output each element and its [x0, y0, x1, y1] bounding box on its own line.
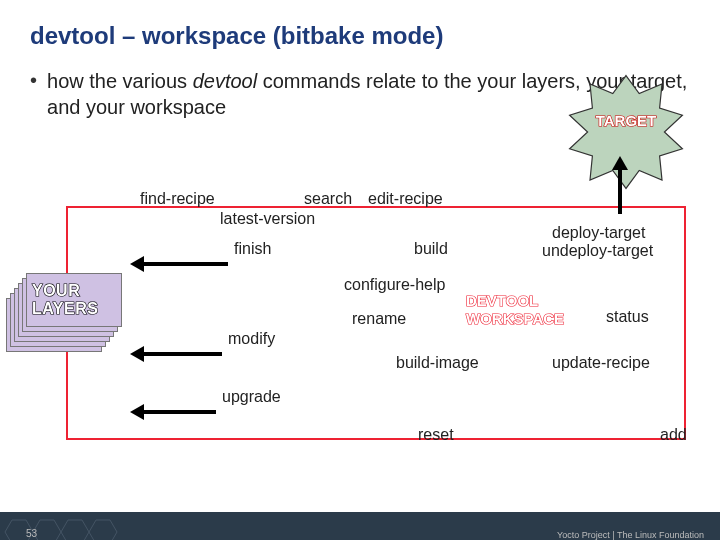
svg-marker-4 [89, 520, 117, 540]
cmd-upgrade: upgrade [222, 388, 281, 406]
arrowhead-up-icon [612, 156, 628, 170]
cmd-search: search [304, 190, 352, 208]
arrow-upgrade [144, 410, 216, 414]
workspace-label-line2: WORKSPACE [466, 310, 564, 327]
bullet-italic: devtool [193, 70, 258, 92]
cmd-reset: reset [418, 426, 454, 444]
cmd-rename: rename [352, 310, 406, 328]
cmd-deploy-target: deploy-target [552, 224, 645, 242]
arrow-deploy [618, 168, 622, 214]
cmd-modify: modify [228, 330, 275, 348]
workspace-label-line1: DEVTOOL [466, 292, 538, 309]
slide-title: devtool – workspace (bitbake mode) [0, 22, 720, 50]
arrow-finish [144, 262, 228, 266]
cmd-status: status [606, 308, 649, 326]
arrowhead-left-icon [130, 256, 144, 272]
target-label: TARGET [582, 112, 670, 129]
layers-label: YOUR LAYERS [32, 282, 98, 318]
svg-marker-0 [570, 76, 683, 189]
diagram: TARGET YOUR LAYERS DEVTOOL WORKSPACE fin… [36, 190, 686, 450]
cmd-add: add [660, 426, 687, 444]
star-icon [566, 72, 686, 192]
footer: 53 Yocto Project | The Linux Foundation [0, 512, 720, 540]
footer-text: Yocto Project | The Linux Foundation [557, 530, 704, 540]
arrowhead-left-icon [130, 346, 144, 362]
svg-marker-2 [33, 520, 61, 540]
cmd-latest-version: latest-version [220, 210, 315, 228]
cmd-undeploy-target: undeploy-target [542, 242, 653, 260]
cmd-configure-help: configure-help [344, 276, 445, 294]
cmd-edit-recipe: edit-recipe [368, 190, 443, 208]
target-star [566, 72, 686, 192]
cmd-find-recipe: find-recipe [140, 190, 215, 208]
layers-word: LAYERS [32, 300, 98, 317]
svg-marker-3 [61, 520, 89, 540]
cmd-build-image: build-image [396, 354, 479, 372]
arrowhead-left-icon [130, 404, 144, 420]
page-number: 53 [26, 528, 37, 539]
cmd-finish: finish [234, 240, 271, 258]
arrow-modify [144, 352, 222, 356]
cmd-build: build [414, 240, 448, 258]
slide: devtool – workspace (bitbake mode) • how… [0, 0, 720, 540]
cmd-update-recipe: update-recipe [552, 354, 650, 372]
bullet-prefix: how the various [47, 70, 193, 92]
your-word: YOUR [32, 282, 80, 299]
bullet-marker: • [30, 68, 37, 92]
